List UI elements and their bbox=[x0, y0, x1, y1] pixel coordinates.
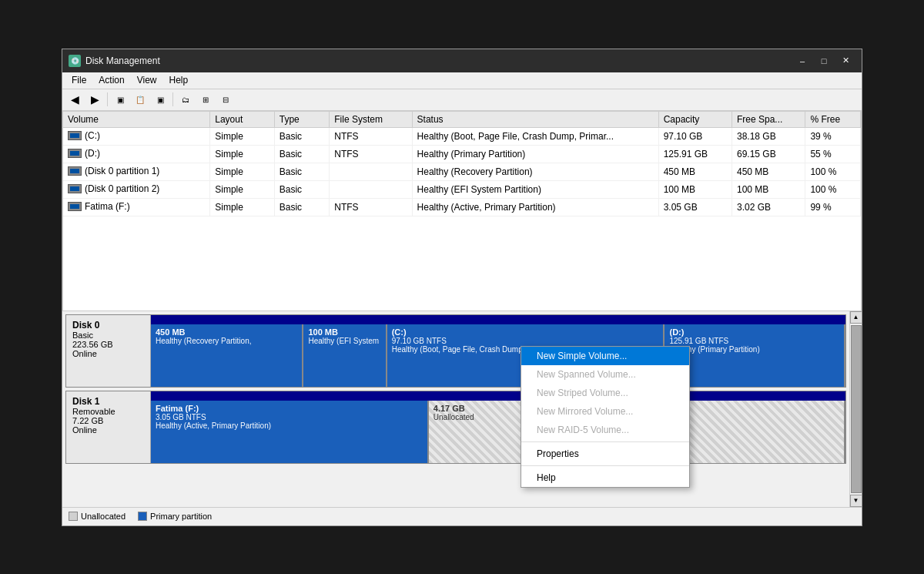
ctx-new-mirrored[interactable]: New Mirrored Volume... bbox=[521, 402, 689, 421]
toolbar-btn-5[interactable]: ▣ bbox=[151, 91, 169, 108]
disk-0-status: Online bbox=[72, 349, 144, 358]
disk0-part2-sub: Healthy (EFI System bbox=[308, 337, 380, 345]
toolbar-btn-4[interactable]: 📋 bbox=[131, 91, 149, 108]
cell-status: Healthy (Boot, Page File, Crash Dump, Pr… bbox=[412, 127, 658, 145]
toolbar-btn-7[interactable]: ⊞ bbox=[196, 91, 215, 108]
table-row[interactable]: (Disk 0 partition 2) Simple Basic Health… bbox=[63, 180, 861, 198]
disk0-part1-sub: Healthy (Recovery Partition, bbox=[156, 337, 297, 345]
ctx-sep-2 bbox=[521, 465, 689, 466]
toolbar-btn-6[interactable]: 🗂 bbox=[176, 91, 195, 108]
disk1-part1-sub2: Healthy (Active, Primary Partition) bbox=[156, 421, 423, 430]
col-fs[interactable]: File System bbox=[330, 112, 412, 128]
legend-primary-box bbox=[138, 512, 147, 521]
title-bar: 💿 Disk Management – □ ✕ bbox=[62, 49, 862, 72]
col-capacity[interactable]: Capacity bbox=[658, 112, 732, 128]
cell-capacity: 100 MB bbox=[658, 180, 732, 198]
disk-0-row: Disk 0 Basic 223.56 GB Online 450 MB Hea… bbox=[65, 314, 846, 388]
col-layout[interactable]: Layout bbox=[210, 112, 274, 128]
forward-button[interactable]: ▶ bbox=[85, 91, 104, 108]
toolbar-btn-3[interactable]: ▣ bbox=[111, 91, 129, 108]
disk0-part-1[interactable]: 450 MB Healthy (Recovery Partition, bbox=[151, 324, 303, 387]
cell-free: 3.02 GB bbox=[732, 198, 805, 216]
app-icon: 💿 bbox=[69, 55, 81, 67]
cell-status: Healthy (EFI System Partition) bbox=[412, 180, 658, 198]
minimize-button[interactable]: – bbox=[792, 53, 812, 69]
vol-icon-0: (C:) bbox=[68, 130, 100, 141]
disk1-part1-label: Fatima (F:) bbox=[156, 404, 423, 413]
disk-1-header-bar bbox=[151, 391, 845, 401]
maximize-button[interactable]: □ bbox=[814, 53, 834, 69]
ctx-new-raid5[interactable]: New RAID-5 Volume... bbox=[521, 421, 689, 439]
vol-icon-4: Fatima (F:) bbox=[68, 201, 130, 212]
disk-view-container: Disk 0 Basic 223.56 GB Online 450 MB Hea… bbox=[62, 311, 849, 507]
disk0-part3-sub1: 97.10 GB NTFS bbox=[392, 337, 659, 345]
cell-volume: (Disk 0 partition 1) bbox=[63, 163, 210, 180]
cell-capacity: 450 MB bbox=[658, 163, 732, 180]
scroll-up-btn[interactable]: ▲ bbox=[850, 311, 862, 324]
cell-free: 69.15 GB bbox=[732, 145, 805, 163]
table-row[interactable]: (D:) Simple Basic NTFS Healthy (Primary … bbox=[63, 145, 861, 163]
legend-unalloc-box bbox=[69, 512, 78, 521]
title-bar-left: 💿 Disk Management bbox=[69, 55, 160, 67]
col-type[interactable]: Type bbox=[274, 112, 330, 128]
disk-1-status: Online bbox=[72, 425, 144, 435]
table-row[interactable]: (Disk 0 partition 1) Simple Basic Health… bbox=[63, 163, 861, 180]
ctx-new-simple[interactable]: New Simple Volume... bbox=[521, 347, 689, 365]
scroll-down-btn[interactable]: ▼ bbox=[850, 495, 862, 507]
legend-primary: Primary partition bbox=[138, 512, 212, 521]
cell-capacity: 125.91 GB bbox=[658, 145, 732, 163]
main-content: Volume Layout Type File System Status Ca… bbox=[62, 111, 862, 525]
back-button[interactable]: ◀ bbox=[65, 91, 84, 108]
disk-0-header-bar bbox=[151, 315, 845, 324]
cell-type: Basic bbox=[274, 145, 330, 163]
cell-volume: (Disk 0 partition 2) bbox=[63, 180, 210, 198]
col-status[interactable]: Status bbox=[412, 112, 658, 128]
toolbar-btn-8[interactable]: ⊟ bbox=[216, 91, 235, 108]
menu-view[interactable]: View bbox=[131, 73, 163, 87]
disk0-part4-label: (D:) bbox=[669, 327, 839, 337]
scroll-thumb[interactable] bbox=[851, 325, 862, 493]
cell-type: Basic bbox=[274, 180, 330, 198]
disk0-part3-label: (C:) bbox=[392, 327, 659, 337]
ctx-properties[interactable]: Properties bbox=[521, 445, 689, 463]
disk1-part-1[interactable]: Fatima (F:) 3.05 GB NTFS Healthy (Active… bbox=[151, 401, 429, 463]
vol-icon-3: (Disk 0 partition 2) bbox=[68, 183, 159, 194]
disk0-part2-label: 100 MB bbox=[308, 327, 380, 337]
cell-fs bbox=[330, 163, 412, 180]
col-volume[interactable]: Volume bbox=[63, 112, 210, 128]
cell-layout: Simple bbox=[210, 127, 274, 145]
disk0-part-2[interactable]: 100 MB Healthy (EFI System bbox=[303, 324, 387, 387]
menu-bar: File Action View Help bbox=[62, 72, 862, 89]
cell-pct: 55 % bbox=[805, 145, 861, 163]
toolbar-sep-1 bbox=[107, 92, 108, 106]
menu-action[interactable]: Action bbox=[92, 73, 130, 87]
menu-file[interactable]: File bbox=[65, 73, 92, 87]
cell-pct: 39 % bbox=[805, 127, 861, 145]
disk0-part-4[interactable]: (D:) 125.91 GB NTFS Healthy (Primary Par… bbox=[665, 324, 845, 387]
disk1-part1-sub1: 3.05 GB NTFS bbox=[156, 413, 423, 421]
ctx-new-spanned[interactable]: New Spanned Volume... bbox=[521, 365, 689, 384]
cell-status: Healthy (Active, Primary Partition) bbox=[412, 198, 658, 216]
cell-free: 450 MB bbox=[732, 163, 805, 180]
col-free[interactable]: Free Spa... bbox=[732, 112, 805, 128]
close-button[interactable]: ✕ bbox=[835, 53, 855, 69]
ctx-help[interactable]: Help bbox=[521, 468, 689, 487]
disk-scrollbar: ▲ ▼ bbox=[849, 311, 862, 507]
cell-pct: 100 % bbox=[805, 180, 861, 198]
disk0-part4-sub2: Healthy (Primary Partition) bbox=[669, 345, 839, 354]
cell-pct: 99 % bbox=[805, 198, 861, 216]
menu-help[interactable]: Help bbox=[163, 73, 195, 87]
disk-management-window: 💿 Disk Management – □ ✕ File Action View… bbox=[62, 49, 862, 526]
disk-1-row: Disk 1 Removable 7.22 GB Online Fatima (… bbox=[65, 391, 846, 464]
col-pct[interactable]: % Free bbox=[805, 112, 861, 128]
disk-1-parts-row: Fatima (F:) 3.05 GB NTFS Healthy (Active… bbox=[151, 401, 845, 463]
cell-free: 38.18 GB bbox=[732, 127, 805, 145]
ctx-sep-1 bbox=[521, 441, 689, 442]
cell-volume: (C:) bbox=[63, 127, 210, 145]
ctx-new-striped[interactable]: New Striped Volume... bbox=[521, 384, 689, 402]
disk-0-partitions: 450 MB Healthy (Recovery Partition, 100 … bbox=[151, 315, 845, 387]
table-row[interactable]: (C:) Simple Basic NTFS Healthy (Boot, Pa… bbox=[63, 127, 861, 145]
table-row[interactable]: Fatima (F:) Simple Basic NTFS Healthy (A… bbox=[63, 198, 861, 216]
cell-layout: Simple bbox=[210, 198, 274, 216]
disk-0-name: Disk 0 bbox=[72, 320, 144, 331]
